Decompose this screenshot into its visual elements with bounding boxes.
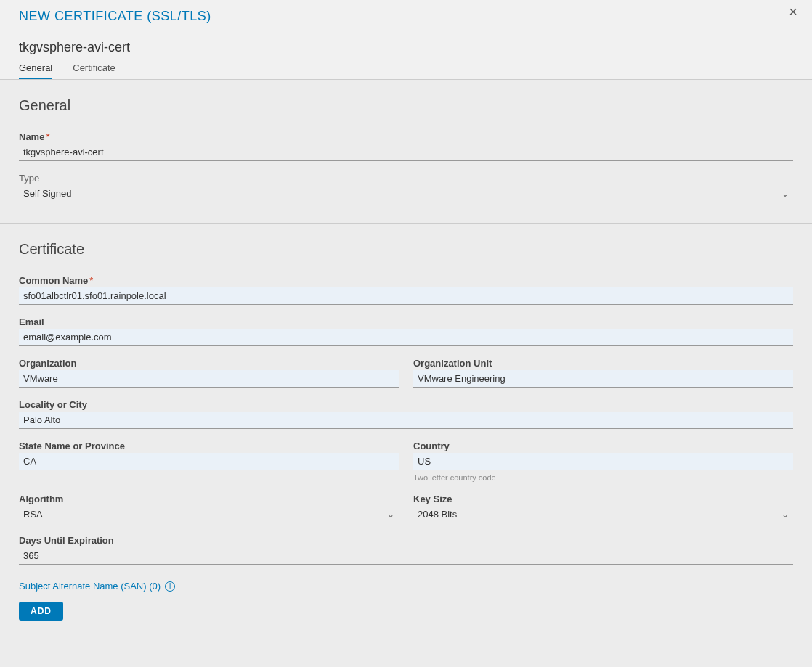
locality-label: Locality or City	[19, 399, 793, 410]
name-label-text: Name	[19, 131, 44, 142]
state-input[interactable]	[19, 453, 399, 470]
common-name-input[interactable]	[19, 287, 793, 305]
algorithm-label: Algorithm	[19, 494, 399, 504]
type-label: Type	[19, 173, 793, 184]
section-title-general: General	[19, 97, 793, 114]
organization-input[interactable]	[19, 370, 399, 388]
days-until-expiration-input[interactable]	[19, 547, 793, 565]
algorithm-select[interactable]	[19, 506, 399, 523]
new-certificate-modal: NEW CERTIFICATE (SSL/TLS) × tkgvsphere-a…	[0, 0, 812, 667]
state-label: State Name or Province	[19, 441, 399, 451]
key-size-select[interactable]	[413, 506, 793, 523]
add-san-button[interactable]: ADD	[19, 602, 63, 621]
close-icon[interactable]: ×	[786, 4, 800, 19]
modal-body: General Name* Type ⌄	[0, 80, 812, 667]
days-until-expiration-label: Days Until Expiration	[19, 535, 793, 546]
certificate-name-subtitle: tkgvsphere-avi-cert	[19, 40, 793, 55]
country-helper-text: Two letter country code	[413, 473, 793, 482]
email-label: Email	[19, 316, 793, 327]
modal-header: NEW CERTIFICATE (SSL/TLS) × tkgvsphere-a…	[0, 0, 812, 80]
country-label: Country	[413, 441, 793, 451]
common-name-label-text: Common Name	[19, 275, 88, 286]
section-certificate: Certificate Common Name* Email Organizat…	[0, 223, 812, 641]
organization-unit-label: Organization Unit	[413, 358, 793, 369]
locality-input[interactable]	[19, 412, 793, 429]
section-title-certificate: Certificate	[19, 241, 793, 258]
email-input[interactable]	[19, 329, 793, 346]
san-label-text: Subject Alternate Name (SAN) (0)	[19, 581, 161, 592]
name-label: Name*	[19, 131, 793, 142]
country-input[interactable]	[413, 453, 793, 470]
name-input[interactable]	[19, 144, 793, 161]
organization-label: Organization	[19, 358, 399, 369]
tab-general[interactable]: General	[19, 62, 52, 80]
common-name-label: Common Name*	[19, 275, 793, 286]
modal-title: NEW CERTIFICATE (SSL/TLS)	[19, 9, 211, 24]
key-size-label: Key Size	[413, 494, 793, 504]
type-select[interactable]	[19, 185, 793, 202]
organization-unit-input[interactable]	[413, 370, 793, 388]
tab-certificate[interactable]: Certificate	[73, 62, 115, 80]
san-heading[interactable]: Subject Alternate Name (SAN) (0) i	[19, 581, 175, 592]
info-icon[interactable]: i	[165, 581, 175, 592]
section-general: General Name* Type ⌄	[0, 80, 812, 223]
tab-bar: General Certificate	[19, 62, 793, 80]
